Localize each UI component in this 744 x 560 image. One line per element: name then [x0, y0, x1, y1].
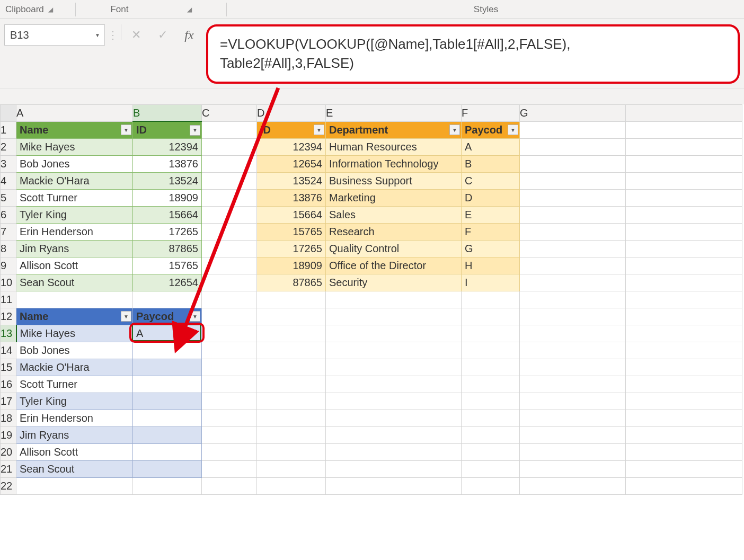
cell[interactable]: [462, 325, 520, 342]
dialog-launcher-icon[interactable]: ◢: [48, 6, 53, 13]
cell[interactable]: [326, 325, 462, 342]
cell[interactable]: [520, 240, 626, 257]
row-header[interactable]: 4: [1, 172, 16, 189]
cell[interactable]: 18909: [133, 189, 202, 206]
cancel-formula-button[interactable]: ✕: [125, 24, 148, 46]
cell[interactable]: [462, 410, 520, 426]
cell[interactable]: [520, 342, 626, 359]
cell[interactable]: Jim Ryans: [16, 426, 133, 443]
column-header[interactable]: F: [462, 104, 520, 121]
formula-bar[interactable]: =VLOOKUP(VLOOKUP([@Name],Table1[#All],2,…: [206, 24, 740, 84]
cell[interactable]: [626, 325, 742, 342]
cell[interactable]: [326, 426, 462, 443]
cell[interactable]: Human Resources: [326, 138, 462, 155]
cell[interactable]: Research: [326, 223, 462, 240]
cell[interactable]: [257, 477, 326, 494]
row-header[interactable]: 11: [1, 291, 16, 308]
cell[interactable]: [462, 393, 520, 410]
cell[interactable]: [133, 426, 202, 443]
cell[interactable]: [133, 477, 202, 494]
cell[interactable]: Scott Turner: [16, 189, 133, 206]
cell[interactable]: [257, 376, 326, 393]
cell[interactable]: [202, 155, 257, 172]
cell[interactable]: [462, 359, 520, 376]
cell[interactable]: [326, 376, 462, 393]
cell[interactable]: Mike Hayes: [16, 325, 133, 342]
cell[interactable]: [326, 291, 462, 308]
cell[interactable]: Quality Control: [326, 240, 462, 257]
cell[interactable]: [202, 257, 257, 274]
cell[interactable]: [202, 291, 257, 308]
cell[interactable]: [520, 206, 626, 223]
cell[interactable]: [133, 460, 202, 477]
cell[interactable]: [520, 410, 626, 426]
cell[interactable]: 15664: [133, 206, 202, 223]
cell[interactable]: Erin Henderson: [16, 223, 133, 240]
cell[interactable]: [626, 426, 742, 443]
cell[interactable]: [462, 342, 520, 359]
cell[interactable]: A: [133, 325, 202, 342]
cell[interactable]: 13524: [133, 172, 202, 189]
cell[interactable]: [257, 460, 326, 477]
cell[interactable]: 13876: [133, 155, 202, 172]
cell[interactable]: ▼Paycod: [133, 308, 202, 325]
cell[interactable]: 87865: [133, 240, 202, 257]
cell[interactable]: [520, 138, 626, 155]
cell[interactable]: Sean Scout: [16, 274, 133, 291]
cell[interactable]: 12394: [133, 138, 202, 155]
cell[interactable]: [326, 443, 462, 460]
cell[interactable]: [462, 376, 520, 393]
cell[interactable]: 17265: [133, 223, 202, 240]
chevron-down-icon[interactable]: ▼: [95, 32, 100, 38]
filter-button[interactable]: ▼: [449, 125, 460, 135]
cell[interactable]: Bob Jones: [16, 342, 133, 359]
cell[interactable]: [202, 376, 257, 393]
cell[interactable]: [257, 359, 326, 376]
cell[interactable]: [520, 189, 626, 206]
row-header[interactable]: 5: [1, 189, 16, 206]
cell[interactable]: [520, 325, 626, 342]
cell[interactable]: [133, 359, 202, 376]
cell[interactable]: 12394: [257, 138, 326, 155]
cell[interactable]: [202, 426, 257, 443]
name-box[interactable]: B13 ▼: [4, 24, 105, 46]
cell[interactable]: Security: [326, 274, 462, 291]
cell[interactable]: [133, 291, 202, 308]
cell[interactable]: [133, 410, 202, 426]
cell[interactable]: [626, 155, 742, 172]
cell[interactable]: [626, 308, 742, 325]
row-header[interactable]: 1: [1, 121, 16, 138]
cell[interactable]: [202, 325, 257, 342]
row-header[interactable]: 19: [1, 426, 16, 443]
cell[interactable]: A: [462, 138, 520, 155]
cell[interactable]: [626, 138, 742, 155]
cell[interactable]: 15664: [257, 206, 326, 223]
cell[interactable]: [202, 240, 257, 257]
cell[interactable]: [626, 257, 742, 274]
cell[interactable]: Erin Henderson: [16, 410, 133, 426]
cell[interactable]: [326, 308, 462, 325]
dialog-launcher-icon[interactable]: ◢: [187, 6, 192, 13]
cell[interactable]: ▼Name: [16, 308, 133, 325]
cell[interactable]: F: [462, 223, 520, 240]
row-header[interactable]: 3: [1, 155, 16, 172]
row-header[interactable]: 8: [1, 240, 16, 257]
cell[interactable]: [626, 189, 742, 206]
cell[interactable]: Bob Jones: [16, 155, 133, 172]
cell[interactable]: [257, 342, 326, 359]
cell[interactable]: [462, 477, 520, 494]
filter-button[interactable]: ▼: [190, 311, 200, 322]
cell[interactable]: [626, 443, 742, 460]
filter-button[interactable]: ▼: [121, 125, 131, 135]
cell[interactable]: [133, 342, 202, 359]
cell[interactable]: [202, 359, 257, 376]
cell[interactable]: [520, 477, 626, 494]
cell[interactable]: [462, 291, 520, 308]
cell[interactable]: [626, 291, 742, 308]
row-header[interactable]: 16: [1, 376, 16, 393]
cell[interactable]: [202, 410, 257, 426]
cell[interactable]: 12654: [257, 155, 326, 172]
column-header[interactable]: B: [133, 104, 202, 121]
cell[interactable]: C: [462, 172, 520, 189]
cell[interactable]: Information Technology: [326, 155, 462, 172]
